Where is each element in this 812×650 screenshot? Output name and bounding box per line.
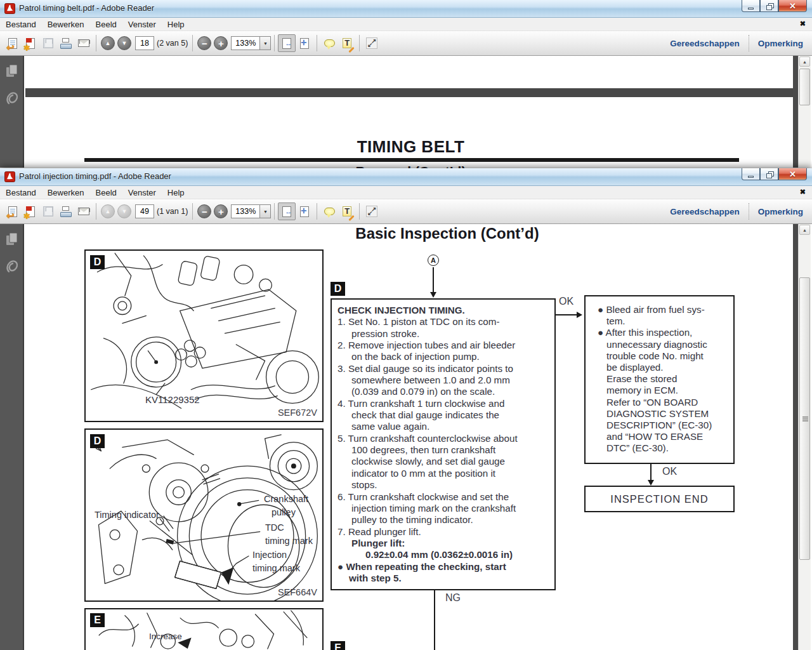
scroll-up-button[interactable]: ▲ (799, 56, 810, 67)
create-pdf-button[interactable]: ✱ (22, 34, 39, 52)
email-button[interactable] (75, 34, 93, 52)
tools-panel-button[interactable]: Gereedschappen (661, 39, 749, 48)
fit-width-button[interactable]: ↔ (278, 202, 296, 220)
document-area-back: TIMING BELT Removal (Cont’d) ▲ (0, 56, 812, 168)
save-button[interactable] (39, 34, 57, 52)
connector-a: A (428, 255, 439, 266)
minimize-button[interactable] (742, 168, 760, 180)
fullscreen-button[interactable]: ↗↙ (363, 34, 381, 52)
fit-width-button[interactable]: ↔ (278, 34, 296, 52)
injection-mark-label-2: timing mark (252, 563, 300, 573)
zoom-out-button[interactable]: − (197, 204, 211, 218)
increase-label: Increase (149, 632, 182, 641)
save-button[interactable] (39, 202, 57, 220)
toolbar-separator (317, 35, 317, 51)
fit-page-button[interactable]: ✛ (296, 34, 313, 52)
menubar-back: Bestand Bewerken Beeld Venster Help ✖ (0, 18, 812, 31)
zoom-out-button[interactable]: − (197, 36, 211, 50)
comment-bubble-icon (324, 39, 335, 47)
toolbar-separator (359, 35, 360, 51)
scrollbar-thumb[interactable] (799, 277, 810, 560)
document-area-front: Basic Inspection (Cont’d) (0, 224, 812, 650)
menu-item-venster[interactable]: Venster (122, 186, 162, 199)
highlight-text-button[interactable]: T (338, 202, 356, 220)
zoom-dropdown-icon[interactable]: ▼ (260, 36, 271, 50)
restore-button[interactable] (760, 0, 778, 12)
zoom-level-combo[interactable]: 133% ▼ (231, 36, 271, 50)
previous-page-button[interactable]: ▲ (101, 204, 115, 218)
comment-panel-button[interactable]: Opmerking (749, 207, 812, 216)
text-line: indicator to 0 mm at the position it (337, 468, 549, 479)
print-button[interactable] (57, 34, 75, 52)
highlight-text-button[interactable]: T (338, 34, 356, 52)
text-line: somewhere between 1.0 and 2.0 mm (337, 375, 549, 386)
menu-item-bewerken[interactable]: Bewerken (42, 18, 90, 31)
highlight-text-icon: T (343, 38, 351, 48)
page-number-input[interactable] (135, 204, 154, 218)
figure-crankshaft-pulley: D Timing indicator Crankshaft pulley TDC… (84, 428, 324, 602)
fit-width-icon: ↔ (282, 206, 291, 217)
minimize-button[interactable] (742, 0, 760, 12)
scrollbar-back[interactable]: ▲ (798, 56, 811, 168)
open-icon: ↩ (8, 206, 17, 217)
next-page-button[interactable]: ▼ (117, 204, 131, 218)
zoom-dropdown-icon[interactable]: ▼ (260, 204, 271, 218)
page-thumbnails-icon[interactable] (5, 63, 19, 79)
titlebar-back[interactable]: Patrol timing belt.pdf - Adobe Reader ✕ (0, 0, 812, 18)
flow-step-badge-e: E (331, 641, 345, 650)
comment-bubble-button[interactable] (320, 202, 338, 220)
create-pdf-icon: ✱ (26, 206, 35, 217)
page-thumbnails-icon[interactable] (5, 232, 19, 247)
titlebar-front[interactable]: Patrol injection timing.pdf - Adobe Read… (0, 168, 812, 186)
menubar-close-icon[interactable]: ✖ (800, 20, 806, 28)
next-page-button[interactable]: ▼ (117, 36, 131, 50)
menu-item-beeld[interactable]: Beeld (90, 18, 122, 31)
comment-bubble-button[interactable] (320, 34, 338, 52)
menu-item-help[interactable]: Help (162, 18, 190, 31)
pdf-subtitle-back: Removal (Cont’d) (152, 164, 669, 168)
menu-item-bestand[interactable]: Bestand (0, 186, 42, 199)
comment-panel-button[interactable]: Opmerking (749, 39, 812, 48)
fit-page-button[interactable]: ✛ (296, 202, 313, 220)
print-button[interactable] (57, 202, 75, 220)
scroll-up-button[interactable]: ▲ (799, 225, 810, 235)
next-page-icon: ▼ (122, 207, 128, 216)
timing-indicator-label: Timing indicator (95, 510, 159, 520)
scrollbar-thumb[interactable] (799, 69, 810, 105)
fullscreen-button[interactable]: ↗↙ (363, 202, 381, 220)
menu-item-bewerken[interactable]: Bewerken (42, 186, 90, 199)
open-button[interactable]: ↩ (4, 34, 22, 52)
email-button[interactable] (75, 202, 93, 220)
close-button[interactable]: ✕ (778, 168, 807, 180)
tools-panel-button[interactable]: Gereedschappen (661, 207, 749, 216)
zoom-in-button[interactable]: + (214, 36, 228, 50)
zoom-level-value[interactable]: 133% (231, 204, 260, 218)
text-line: Refer to “ON BOARD (591, 397, 728, 408)
open-icon: ↩ (8, 38, 17, 49)
previous-page-icon: ▲ (105, 39, 111, 48)
menubar-close-icon[interactable]: ✖ (800, 188, 806, 196)
page-number-input[interactable] (135, 36, 154, 50)
create-pdf-button[interactable]: ✱ (22, 202, 39, 220)
menu-item-beeld[interactable]: Beeld (90, 186, 122, 199)
attachments-icon[interactable] (5, 259, 19, 275)
page-edge-shadow (793, 56, 798, 168)
menu-item-venster[interactable]: Venster (122, 18, 162, 31)
zoom-in-button[interactable]: + (214, 204, 228, 218)
menu-item-help[interactable]: Help (162, 186, 190, 199)
restore-button[interactable] (760, 168, 778, 180)
menu-item-bestand[interactable]: Bestand (0, 18, 42, 31)
highlight-text-icon: T (343, 206, 351, 216)
email-icon (78, 39, 89, 47)
close-button[interactable]: ✕ (778, 0, 807, 12)
zoom-level-combo[interactable]: 133% ▼ (231, 204, 271, 218)
open-button[interactable]: ↩ (4, 202, 22, 220)
previous-page-button[interactable]: ▲ (101, 36, 115, 50)
text-line: unnecessary diagnostic (591, 339, 728, 350)
zoom-level-value[interactable]: 133% (231, 36, 260, 50)
page-count-label: (2 van 5) (157, 39, 188, 48)
text-line: same value again. (337, 421, 549, 432)
text-line: 1. Set No. 1 piston at TDC on its com- (337, 316, 549, 328)
scrollbar-front[interactable]: ▲ (798, 224, 811, 650)
attachments-icon[interactable] (5, 91, 19, 107)
